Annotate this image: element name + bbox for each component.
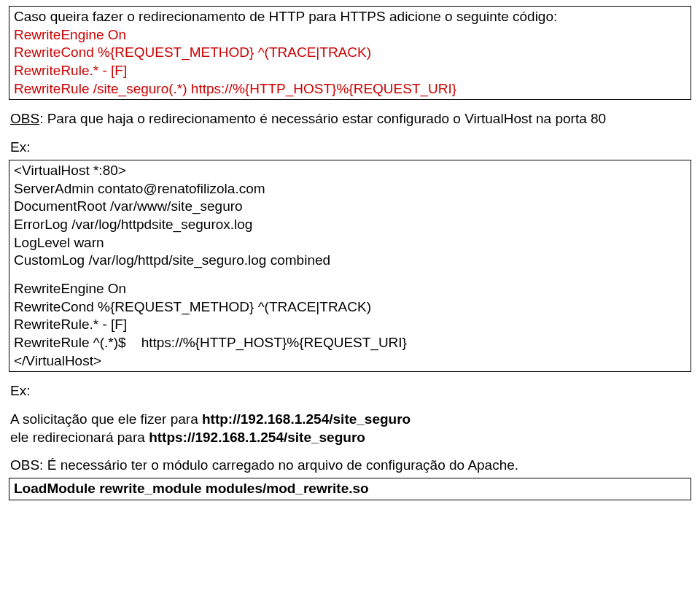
request-paragraph: A solicitação que ele fizer para http://… — [9, 411, 691, 446]
code-line: DocumentRoot /var/www/site_seguro — [14, 198, 686, 216]
code-line: RewriteEngine On — [14, 280, 686, 298]
code-line: RewriteCond %{REQUEST_METHOD} ^(TRACE|TR… — [14, 298, 686, 317]
code-line: RewriteEngine On — [14, 26, 686, 44]
code-line: ServerAdmin contato@renatofilizola.com — [14, 180, 686, 198]
code-line: CustomLog /var/log/httpd/site_seguro.log… — [14, 252, 686, 270]
obs-paragraph: OBS: É necessário ter o módulo carregado… — [9, 457, 691, 475]
text-part: ele redirecionará para — [10, 430, 149, 445]
code-line-bold: LoadModule rewrite_module modules/mod_re… — [14, 481, 369, 496]
code-line: RewriteRule /site_seguro(.*) https://%{H… — [14, 80, 686, 98]
code-line: ErrorLog /var/log/httpdsite_segurox.log — [14, 216, 686, 234]
code-line: RewriteRule.* - [F] — [14, 62, 686, 80]
obs-text: : Para que haja o redirecionamento é nec… — [39, 111, 606, 126]
code-box-virtualhost: <VirtualHost *:80> ServerAdmin contato@r… — [9, 160, 691, 373]
blank-line — [14, 270, 686, 280]
code-box-loadmodule: LoadModule rewrite_module modules/mod_re… — [9, 478, 691, 500]
url-bold: http://192.168.1.254/site_seguro — [202, 411, 411, 427]
code-line: RewriteCond %{REQUEST_METHOD} ^(TRACE|TR… — [14, 44, 686, 62]
example-label: Ex: — [9, 139, 691, 157]
code-line: RewriteRule ^(.*)$ https://%{HTTP_HOST}%… — [14, 334, 686, 352]
example-label: Ex: — [9, 382, 691, 400]
url-bold: https://192.168.1.254/site_seguro — [149, 430, 365, 445]
code-box-redirect: Caso queira fazer o redirecionamento de … — [9, 6, 691, 100]
text-line: Caso queira fazer o redirecionamento de … — [14, 8, 686, 26]
code-line: </VirtualHost> — [14, 352, 686, 371]
code-line: LogLevel warn — [14, 234, 686, 252]
obs-paragraph: OBS: Para que haja o redirecionamento é … — [9, 110, 691, 128]
text-part: A solicitação que ele fizer para — [10, 411, 202, 427]
code-line: RewriteRule.* - [F] — [14, 316, 686, 334]
code-line: <VirtualHost *:80> — [14, 162, 686, 180]
obs-label: OBS — [10, 111, 39, 126]
